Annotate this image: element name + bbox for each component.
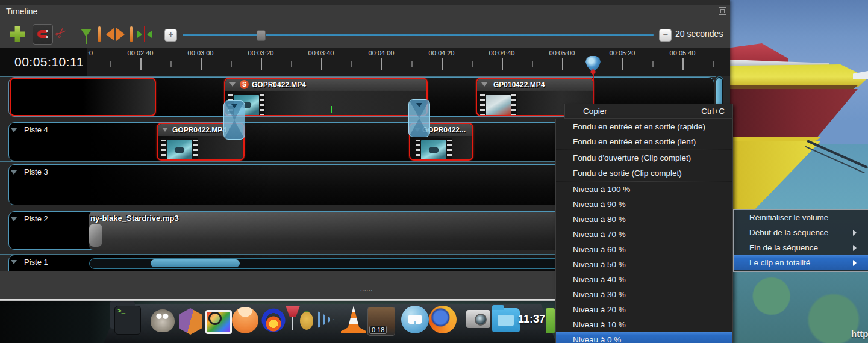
ruler-minor-ticks [110,61,730,67]
next-marker-icon[interactable] [118,26,133,42]
splitter-top[interactable]: ...... [0,0,730,5]
submenu-arrow-icon [853,245,860,251]
ruler-label: :0 [87,49,93,57]
menu-item-niveau-60[interactable]: Niveau à 60 % [556,242,732,257]
vertical-scrollbar-thumb[interactable] [716,78,722,107]
horizontal-scrollbar-thumb[interactable] [151,259,240,267]
track-collapse-icon[interactable] [11,260,17,267]
timeline-ruler[interactable]: :0 00:02:40 00:03:00 00:03:20 00:03:40 0… [0,48,730,76]
snapping-toggle-button[interactable] [33,24,53,45]
gimp-icon[interactable] [151,309,175,332]
ruler-label: 00:05:20 [610,49,635,57]
menu-item-niveau-70[interactable]: Niveau à 70 % [556,227,732,242]
clip-menu-icon[interactable] [162,128,168,135]
clip-label: GOPR0422.MP4 [172,126,226,134]
zoom-in-button[interactable]: + [164,29,177,42]
menu-item-fondu-rapide[interactable]: Fondu en entrée et en sortie (rapide) [556,119,732,134]
color-picker-icon[interactable] [205,310,232,334]
wallpaper-watermark: http [851,329,868,339]
firefox-icon[interactable] [429,306,457,333]
clementine-icon[interactable] [232,307,258,333]
track-name: Piste 1 [24,258,48,267]
menu-item-niveau-30[interactable]: Niveau à 30 % [556,287,732,302]
pineapple-icon[interactable] [300,312,313,330]
menu-item-niveau-0[interactable]: Niveau à 0 % [556,332,732,343]
clip-thumbnail [161,138,198,161]
panel-title: Timeline [6,7,37,16]
media-player-time: 0:18 [369,326,387,334]
menu-item-fondu-lent[interactable]: Fondu en entrée et en sortie (lent) [556,134,732,149]
zoom-scale-label: 20 secondes [675,29,723,39]
menu-item-niveau-50[interactable]: Niveau à 50 % [556,257,732,272]
ruler-label: 00:04:40 [489,49,515,57]
submenu-volume-scope: Réinitialiser le volume Début de la séqu… [733,209,868,272]
ruler-label: 00:05:40 [670,49,696,57]
ruler-label: 00:04:20 [429,49,455,57]
dock-icon-partial[interactable] [546,308,555,333]
menu-item-fondu-sortie[interactable]: Fondu de sortie (Clip complet) [556,165,732,181]
keyframe-tick [331,106,332,113]
audacity-icon[interactable] [260,308,287,333]
submenu-item-reinitialiser[interactable]: Réinitialiser le volume [734,210,868,225]
clip-label: GP010422.MP4 [493,81,545,89]
clip-menu-icon[interactable] [229,82,236,90]
splitter-grip-icon: ...... [360,287,373,291]
dock-clock: 11:37 [518,313,545,326]
camera-icon[interactable] [466,310,490,328]
ruler-label: 00:04:00 [369,49,395,57]
track-name: Piste 3 [24,167,48,176]
context-menu-copy: Copier Ctrl+C [564,104,733,119]
media-player-icon[interactable]: 0:18 [367,307,395,336]
submenu-item-debut-sequence[interactable]: Début de la séquence [734,225,868,240]
zoom-slider[interactable] [183,34,654,36]
previous-marker-icon[interactable] [98,26,113,42]
menu-shortcut: Ctrl+C [701,107,725,116]
add-marker-icon[interactable] [137,28,152,41]
mailbox-icon[interactable] [401,306,429,333]
effect-badge: S [240,80,249,89]
menu-item-niveau-20[interactable]: Niveau à 20 % [556,302,732,317]
track-collapse-icon[interactable] [11,217,17,224]
menu-item-copier[interactable]: Copier [583,107,607,116]
menu-item-niveau-10[interactable]: Niveau à 10 % [556,317,732,332]
ruler-label: 00:05:00 [549,49,575,57]
transition-menu-icon[interactable] [416,103,422,110]
submenu-item-fin-sequence[interactable]: Fin de la séquence [734,240,868,255]
menu-item-fondu-ouverture[interactable]: Fondu d'ouverture (Clip complet) [556,150,732,165]
menu-item-niveau-80[interactable]: Niveau à 80 % [556,212,732,227]
ruler-label: 00:02:40 [128,49,154,57]
transition-left[interactable] [223,100,245,140]
zoom-slider-handle[interactable] [257,30,266,41]
track-name: Piste 4 [24,125,48,134]
zoom-out-button[interactable]: − [659,29,672,42]
sea-floor [730,265,868,343]
splitter-grip-icon: ...... [358,1,371,4]
submenu-arrow-icon [853,230,860,236]
current-timecode: 00:05:10:11 [0,48,87,76]
clip-gopr0422-piste5[interactable]: S GOPR0422.MP4 [224,78,428,116]
transition-menu-icon[interactable] [231,104,237,111]
transition-right[interactable] [408,99,430,137]
magnet-icon [37,30,47,38]
menu-item-niveau-100[interactable]: Niveau à 100 % [556,182,732,197]
track-collapse-icon[interactable] [11,170,17,178]
clip-piste5-left[interactable] [10,78,156,116]
menu-item-niveau-90[interactable]: Niveau à 90 % [556,197,732,212]
add-track-icon[interactable] [10,26,25,42]
ruler-label: 00:03:40 [308,49,334,57]
track-name: Piste 2 [24,214,48,223]
file-manager-icon[interactable] [492,308,520,332]
desktop-wallpaper [730,0,868,343]
clip-thumbnail [415,138,452,161]
clip-menu-icon[interactable] [481,82,487,90]
clip-fade-handle[interactable] [89,224,102,247]
razor-scissors-icon[interactable]: ✂ [52,23,70,42]
menu-item-niveau-40[interactable]: Niveau à 40 % [556,272,732,287]
submenu-item-clip-totalite[interactable]: Le clip en totalité [734,255,868,270]
track-collapse-icon[interactable] [11,128,17,135]
playhead-line [593,73,594,104]
clip-label: GOPR0422.MP4 [252,81,306,89]
float-panel-icon[interactable] [719,7,726,15]
resize-funnel-icon[interactable] [81,29,92,42]
terminal-icon[interactable]: >_ [114,306,141,335]
